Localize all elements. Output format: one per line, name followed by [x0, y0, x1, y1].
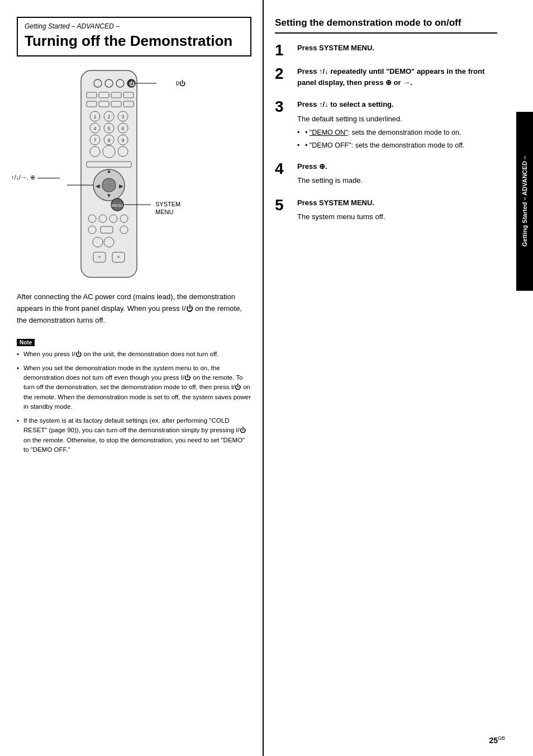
step-5-num: 5	[275, 197, 293, 213]
svg-point-37	[102, 178, 116, 192]
step-3-sub: The default setting is underlined. • "DE…	[297, 114, 497, 151]
power-label: I/⏻	[176, 80, 185, 87]
step-3-item-1: • "DEMO ON": sets the demonstration mode…	[297, 127, 497, 138]
description-text: After connecting the AC power cord (main…	[17, 291, 251, 326]
step-2-num: 2	[275, 66, 293, 82]
svg-text:+: +	[117, 254, 120, 260]
svg-text:▶: ▶	[119, 183, 123, 189]
step-4: 4 Press ⊕. The setting is made.	[275, 161, 497, 190]
page-wrapper: Getting Started – ADVANCED – Turning off…	[0, 0, 533, 756]
left-column: Getting Started – ADVANCED – Turning off…	[0, 0, 263, 756]
svg-text:7: 7	[93, 138, 96, 143]
step-4-sub: The setting is made.	[297, 175, 497, 186]
step-3-num: 3	[275, 99, 293, 115]
step-3-content: Press ↑/↓ to select a setting. The defau…	[297, 99, 497, 153]
svg-text:2: 2	[107, 114, 110, 120]
page-suffix: GB	[498, 735, 505, 741]
svg-text:4: 4	[93, 126, 96, 131]
svg-text:MENU: MENU	[112, 204, 123, 207]
step-5-sub-text: The system menu turns off.	[297, 211, 497, 223]
step-4-content: Press ⊕. The setting is made.	[297, 161, 497, 190]
note-item-2: When you set the demonstration mode in t…	[17, 363, 251, 412]
svg-text:▼: ▼	[106, 192, 112, 199]
note-list: When you press I/⏻ on the unit, the demo…	[17, 349, 251, 455]
step-4-sub-text: The setting is made.	[297, 175, 497, 186]
side-tab-text: Getting Started – ADVANCED –	[521, 156, 529, 247]
section-title: Setting the demonstration mode to on/off	[275, 17, 497, 34]
step-5-content: Press SYSTEM MENU. The system menu turns…	[297, 197, 497, 226]
step-5: 5 Press SYSTEM MENU. The system menu tur…	[275, 197, 497, 226]
step-5-text: Press SYSTEM MENU.	[297, 199, 374, 207]
step-2-content: Press ↑/↓ repeatedly until "DEMO" appear…	[297, 66, 497, 91]
arrows-label: ↑/↓/→, ⊕	[11, 174, 60, 181]
right-column: Setting the demonstration mode to on/off…	[263, 0, 508, 756]
step-3-list: • "DEMO ON": sets the demonstration mode…	[297, 127, 497, 151]
step-4-num: 4	[275, 161, 293, 177]
step-1-text: Press SYSTEM MENU.	[297, 44, 374, 52]
step-3-text: Press ↑/↓ to select a setting.	[297, 100, 394, 108]
note-item-3: If the system is at its factory default …	[17, 416, 251, 455]
remote-illustration: ↑/↓/→, ⊕ ⏻	[17, 68, 251, 280]
header-title: Turning off the Demonstration	[25, 32, 244, 50]
step-1: 1 Press SYSTEM MENU.	[275, 42, 497, 58]
svg-text:+: +	[98, 254, 101, 260]
step-1-content: Press SYSTEM MENU.	[297, 42, 497, 57]
note-label: Note	[17, 339, 35, 346]
remote-svg: ⏻ 1 2 3	[61, 68, 156, 280]
step-3: 3 Press ↑/↓ to select a setting. The def…	[275, 99, 497, 153]
step-2: 2 Press ↑/↓ repeatedly until "DEMO" appe…	[275, 66, 497, 91]
svg-text:6: 6	[121, 126, 124, 131]
header-subtitle: Getting Started – ADVANCED –	[25, 22, 244, 30]
step-4-text: Press ⊕.	[297, 162, 327, 171]
svg-text:8: 8	[107, 138, 110, 143]
step-3-default: The default setting is underlined.	[297, 114, 497, 125]
svg-text:5: 5	[107, 126, 110, 131]
svg-text:3: 3	[121, 114, 124, 120]
svg-text:⏻: ⏻	[129, 81, 135, 87]
note-section: Note When you press I/⏻ on the unit, the…	[17, 338, 251, 455]
side-tab: Getting Started – ADVANCED –	[516, 112, 533, 291]
svg-text:◀: ◀	[96, 183, 100, 189]
step-1-num: 1	[275, 42, 293, 58]
page-number: 25GB	[489, 735, 505, 745]
svg-text:▲: ▲	[106, 168, 112, 174]
note-item-1: When you press I/⏻ on the unit, the demo…	[17, 349, 251, 359]
page-num-value: 25	[489, 736, 498, 745]
step-5-sub: The system menu turns off.	[297, 211, 497, 223]
svg-text:9: 9	[121, 138, 124, 143]
remote-wrapper: ↑/↓/→, ⊕ ⏻	[61, 68, 207, 280]
svg-text:1: 1	[93, 114, 96, 120]
step-2-text: Press ↑/↓ repeatedly until "DEMO" appear…	[297, 67, 484, 87]
header-box: Getting Started – ADVANCED – Turning off…	[17, 17, 251, 56]
step-3-item-2: • "DEMO OFF": sets the demonstration mod…	[297, 140, 497, 151]
system-menu-label: SYSTEMMENU	[155, 200, 180, 216]
